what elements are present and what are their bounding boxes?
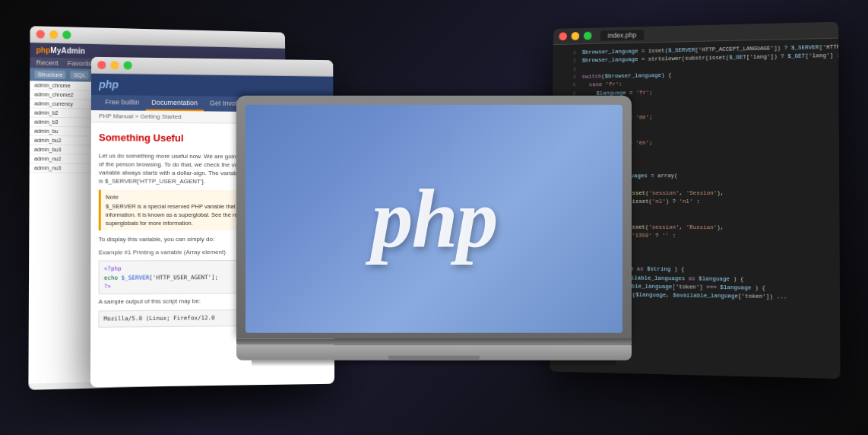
maximize-icon[interactable] bbox=[124, 61, 132, 69]
pma-btn-structure[interactable]: Structure bbox=[34, 70, 65, 79]
maximize-icon[interactable] bbox=[584, 32, 592, 40]
pma-logo: phpMyAdmin bbox=[36, 46, 85, 55]
maximize-icon[interactable] bbox=[62, 30, 71, 39]
manual-header: php bbox=[91, 74, 333, 97]
pma-nav-recent[interactable]: Recent bbox=[36, 59, 58, 67]
laptop: php bbox=[236, 96, 632, 367]
line-number: 5 bbox=[559, 81, 576, 90]
minimize-icon[interactable] bbox=[49, 30, 58, 39]
minimize-icon[interactable] bbox=[110, 61, 119, 69]
laptop-base bbox=[236, 345, 632, 360]
line-number: 1 bbox=[559, 49, 576, 57]
laptop-hinge bbox=[236, 339, 632, 345]
line-text: case 'fr': bbox=[581, 81, 622, 90]
tab-downloads[interactable]: Free builtin bbox=[99, 95, 145, 111]
php-logo-text: php bbox=[371, 170, 496, 267]
tab-documentation[interactable]: Documentation bbox=[145, 96, 204, 112]
scene: phpMyAdmin Recent Favorites Structure SQ… bbox=[16, 12, 852, 423]
laptop-shadow bbox=[252, 360, 616, 367]
line-text: switch($browser_language) { bbox=[581, 71, 671, 81]
laptop-screen-outer: php bbox=[236, 96, 632, 339]
editor-tab[interactable]: index.php bbox=[600, 29, 644, 40]
line-number: 4 bbox=[559, 73, 576, 81]
minimize-icon[interactable] bbox=[572, 32, 580, 40]
pma-btn-sql[interactable]: SQL bbox=[71, 71, 89, 79]
close-icon[interactable] bbox=[97, 61, 106, 69]
laptop-body: php bbox=[236, 96, 632, 367]
laptop-screen: php bbox=[246, 105, 622, 333]
close-icon[interactable] bbox=[36, 30, 45, 38]
line-number: 3 bbox=[559, 65, 576, 74]
php-logo: php bbox=[99, 78, 119, 90]
close-icon[interactable] bbox=[559, 32, 567, 40]
line-number: 2 bbox=[559, 57, 576, 65]
